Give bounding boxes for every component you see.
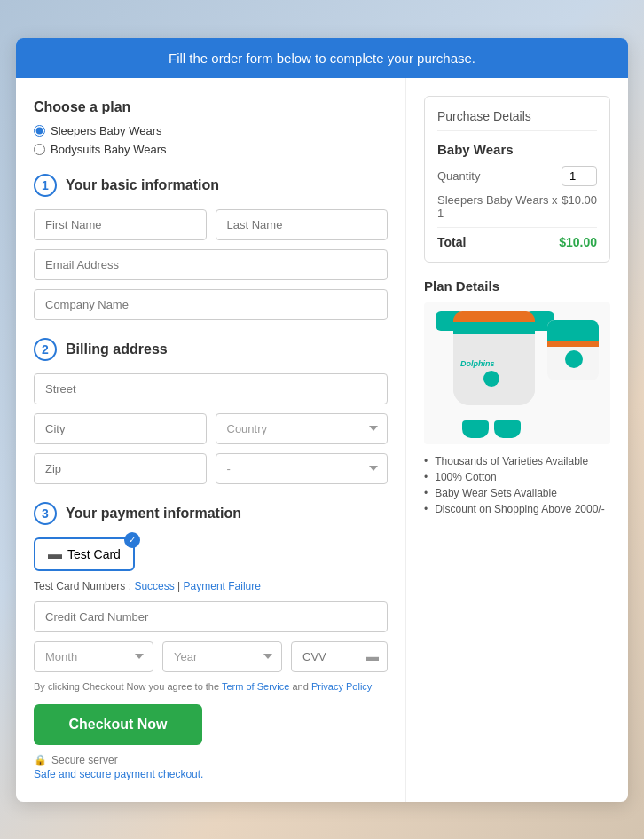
section2-header: 2 Billing address <box>34 338 388 361</box>
section1-header: 1 Your basic information <box>34 174 388 197</box>
credit-card-icon: ▬ <box>48 546 62 562</box>
total-row: Total $10.00 <box>437 227 597 249</box>
failure-link[interactable]: Payment Failure <box>184 580 261 592</box>
main-card: Fill the order form below to complete yo… <box>16 38 628 802</box>
section1-title: Your basic information <box>66 177 219 193</box>
name-row <box>34 209 388 240</box>
plan-radio-sleepers[interactable] <box>34 125 45 137</box>
cc-number-row <box>34 601 388 632</box>
success-link[interactable]: Success <box>134 580 174 592</box>
street-input[interactable] <box>34 373 388 404</box>
street-row <box>34 373 388 404</box>
section3-number: 3 <box>34 502 57 525</box>
zip-input[interactable] <box>34 453 207 484</box>
month-select[interactable]: Month 01 02 03 04 05 06 07 08 09 10 11 1… <box>34 641 153 672</box>
zip-state-row: - <box>34 453 388 484</box>
quantity-label: Quantity <box>437 169 480 183</box>
content-area: Choose a plan Sleepers Baby Wears Bodysu… <box>16 78 628 802</box>
privacy-link[interactable]: Privacy Policy <box>311 681 372 692</box>
feature-text-3: Discount on Shopping Above 2000/- <box>435 503 604 515</box>
company-row <box>34 289 388 320</box>
total-price: $10.00 <box>559 235 597 249</box>
plan-option-bodysuits[interactable]: Bodysuits Baby Wears <box>34 143 388 156</box>
cc-number-input[interactable] <box>34 601 388 632</box>
check-badge: ✓ <box>124 532 140 548</box>
last-name-input[interactable] <box>216 209 389 240</box>
total-label: Total <box>437 235 466 249</box>
tos-link[interactable]: Term of Service <box>222 681 289 692</box>
test-card-prefix: Test Card Numbers : <box>34 580 131 592</box>
banner-text: Fill the order form below to complete yo… <box>169 51 475 66</box>
cvv-wrap: ▬ <box>291 641 388 672</box>
purchase-details-title: Purchase Details <box>437 109 597 131</box>
bib-logo <box>565 350 583 368</box>
plan-radio-bodysuits[interactable] <box>34 144 45 155</box>
bootie-left <box>462 420 489 438</box>
terms-text: By clicking Checkout Now you agree to th… <box>34 681 388 692</box>
logo-circle <box>483 371 499 387</box>
city-input[interactable] <box>34 413 207 444</box>
product-image: Dolphins <box>424 302 610 444</box>
year-select[interactable]: Year 2024 2025 2026 <box>162 641 282 672</box>
plan-label-sleepers: Sleepers Baby Wears <box>51 124 162 137</box>
product-name: Baby Wears <box>437 142 597 157</box>
bootie-right <box>494 420 521 438</box>
right-panel: Purchase Details Baby Wears Quantity Sle… <box>406 78 628 802</box>
feature-item-1: 100% Cotton <box>424 471 610 483</box>
dolphins-illustration: Dolphins <box>428 304 606 442</box>
terms-and: and <box>292 681 310 692</box>
plan-label-bodysuits: Bodysuits Baby Wears <box>51 143 167 156</box>
section3-header: 3 Your payment information <box>34 502 388 525</box>
feature-text-2: Baby Wear Sets Available <box>435 487 557 499</box>
purchase-details-box: Purchase Details Baby Wears Quantity Sle… <box>424 96 610 263</box>
onesie-teal-band <box>453 322 535 334</box>
choose-plan-title: Choose a plan <box>34 99 388 115</box>
plan-details-title: Plan Details <box>424 278 610 294</box>
section3-title: Your payment information <box>66 506 241 521</box>
state-select[interactable]: - <box>216 453 389 484</box>
section2-number: 2 <box>34 338 57 361</box>
plan-details-section: Plan Details <box>424 278 610 515</box>
secure-server-row: 🔒 Secure server <box>34 754 388 766</box>
feature-item-0: Thousands of Varieties Available <box>424 455 610 467</box>
bib-orange-stripe <box>547 341 599 347</box>
feature-text-0: Thousands of Varieties Available <box>435 455 588 467</box>
line-item-row: Sleepers Baby Wears x 1 $10.00 <box>437 193 597 220</box>
cvv-card-icon: ▬ <box>366 649 379 663</box>
terms-prefix: By clicking Checkout Now you agree to th… <box>34 681 222 692</box>
email-row <box>34 249 388 280</box>
first-name-input[interactable] <box>34 209 207 240</box>
plan-option-sleepers[interactable]: Sleepers Baby Wears <box>34 124 388 137</box>
onesie-gray-body <box>453 334 535 405</box>
choose-plan-section: Choose a plan Sleepers Baby Wears Bodysu… <box>34 99 388 156</box>
checkout-button[interactable]: Checkout Now <box>34 704 202 745</box>
dolphins-text: Dolphins <box>460 359 495 368</box>
country-select[interactable]: Country United States United Kingdom Ind… <box>216 413 389 444</box>
top-banner: Fill the order form below to complete yo… <box>16 38 628 78</box>
email-input[interactable] <box>34 249 388 280</box>
feature-text-1: 100% Cotton <box>435 471 496 483</box>
feature-item-2: Baby Wear Sets Available <box>424 487 610 499</box>
onesie-stripe-orange-top <box>453 311 535 322</box>
safe-text: Safe and secure payment checkout. <box>34 768 388 780</box>
secure-server-text: Secure server <box>51 754 118 766</box>
expiry-cvv-row: Month 01 02 03 04 05 06 07 08 09 10 11 1… <box>34 641 388 672</box>
quantity-input[interactable] <box>562 166 597 186</box>
line-item-label: Sleepers Baby Wears x 1 <box>437 193 562 220</box>
lock-icon: 🔒 <box>34 754 47 766</box>
company-input[interactable] <box>34 289 388 320</box>
section2-title: Billing address <box>66 341 168 357</box>
test-card-numbers-text: Test Card Numbers : Success | Payment Fa… <box>34 580 388 592</box>
city-country-row: Country United States United Kingdom Ind… <box>34 413 388 444</box>
section1-number: 1 <box>34 174 57 197</box>
left-panel: Choose a plan Sleepers Baby Wears Bodysu… <box>16 78 406 802</box>
test-card-option[interactable]: ✓ ▬ Test Card <box>34 537 135 571</box>
feature-list: Thousands of Varieties Available 100% Co… <box>424 455 610 515</box>
quantity-row: Quantity <box>437 166 597 186</box>
payment-card-options: ✓ ▬ Test Card <box>34 537 388 571</box>
feature-item-3: Discount on Shopping Above 2000/- <box>424 503 610 515</box>
test-card-label: Test Card <box>67 547 121 561</box>
line-item-price: $10.00 <box>562 193 597 220</box>
